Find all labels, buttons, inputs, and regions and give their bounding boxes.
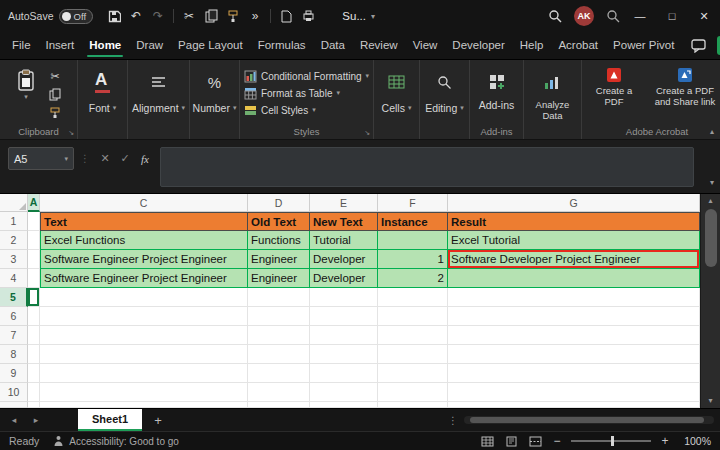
tab-draw[interactable]: Draw [134,33,165,58]
column-header-g[interactable]: G [448,194,700,212]
undo-button[interactable]: ↶ [125,4,147,28]
format-as-table-button[interactable]: Format as Table ▾ [244,85,369,101]
zoom-slider-thumb[interactable] [611,436,614,446]
cell[interactable] [248,364,310,383]
document-button[interactable] [275,4,297,28]
tab-acrobat[interactable]: Acrobat [556,33,600,58]
tab-view[interactable]: View [411,33,440,58]
column-header-e[interactable]: E [310,194,378,212]
cell[interactable] [310,402,378,408]
cell-a1[interactable] [28,212,40,231]
cell[interactable] [40,307,248,326]
cell[interactable] [40,326,248,345]
row-header-9[interactable]: 9 [0,364,28,383]
cell-g5[interactable] [448,288,700,307]
cell-d3[interactable]: Engineer [248,250,310,269]
save-button[interactable] [103,4,125,28]
formula-input[interactable] [160,147,694,187]
font-group[interactable]: A Font▾ [78,60,128,139]
cell[interactable] [378,383,448,402]
document-title[interactable]: Su... ▾ [342,10,375,22]
zoom-slider[interactable] [571,440,651,442]
cell-g1[interactable]: Result [448,212,700,231]
tab-home[interactable]: Home [87,33,123,58]
cell[interactable] [310,364,378,383]
cell[interactable] [378,345,448,364]
cell-e2[interactable]: Tutorial [310,231,378,250]
view-normal-button[interactable] [479,434,495,448]
cell[interactable] [378,402,448,408]
add-sheet-button[interactable]: + [148,413,168,428]
cell-a5-active[interactable] [28,288,40,307]
tab-overflow-icon[interactable]: ⋮ [448,415,458,426]
cell[interactable] [310,345,378,364]
qat-overflow-button[interactable]: » [244,4,266,28]
copy-button[interactable] [200,4,222,28]
analyze-data-group[interactable]: Analyze Data [524,60,582,139]
conditional-formatting-button[interactable]: Conditional Formatting ▾ [244,68,369,84]
redo-button[interactable]: ↷ [147,4,169,28]
cell[interactable] [248,345,310,364]
tab-help[interactable]: Help [518,33,546,58]
cell[interactable] [28,402,40,408]
cell-d4[interactable]: Engineer [248,269,310,288]
tab-file[interactable]: File [10,33,33,58]
name-box[interactable]: A5 ▾ [8,147,74,170]
cell[interactable] [378,326,448,345]
cell-d5[interactable] [248,288,310,307]
row-header-6[interactable]: 6 [0,307,28,326]
row-header-10[interactable]: 10 [0,383,28,402]
cell[interactable] [448,383,700,402]
cell[interactable] [248,307,310,326]
accessibility-status[interactable]: Accessibility: Good to go [53,435,179,447]
cells-group[interactable]: Cells▾ [374,60,420,139]
cell[interactable] [28,364,40,383]
zoom-in-button[interactable]: + [659,434,671,448]
cell-e3[interactable]: Developer [310,250,378,269]
cell[interactable] [378,364,448,383]
insert-function-button[interactable]: fx [136,149,154,169]
tab-developer[interactable]: Developer [450,33,506,58]
cell-d1[interactable]: Old Text [248,212,310,231]
cell[interactable] [448,326,700,345]
cell[interactable] [448,345,700,364]
view-page-break-button[interactable] [527,434,543,448]
sheet-tab-sheet1[interactable]: Sheet1 [78,409,142,431]
cell-c3[interactable]: Software Engineer Project Engineer [40,250,248,269]
column-header-a[interactable]: A [28,194,40,212]
zoom-out-button[interactable]: − [551,434,563,448]
cell[interactable] [40,345,248,364]
cell[interactable] [248,326,310,345]
cell-f3[interactable]: 1 [378,250,448,269]
cell[interactable] [28,383,40,402]
cell-e1[interactable]: New Text [310,212,378,231]
tab-power-pivot[interactable]: Power Pivot [611,33,676,58]
cell[interactable] [28,345,40,364]
cell-g2[interactable]: Excel Tutorial [448,231,700,250]
ribbon-options-button[interactable] [602,4,624,28]
cell-styles-button[interactable]: Cell Styles ▾ [244,102,369,118]
cell[interactable] [248,402,310,408]
tab-page-layout[interactable]: Page Layout [176,33,245,58]
cell-g4[interactable] [448,269,700,288]
cell[interactable] [40,402,248,408]
autosave-switch[interactable]: Off [59,9,94,24]
tab-data[interactable]: Data [319,33,347,58]
scrollbar-thumb[interactable] [705,209,717,267]
scroll-up-icon[interactable]: ▴ [708,196,712,206]
cell-e4[interactable]: Developer [310,269,378,288]
row-header-11[interactable] [0,402,28,408]
tab-review[interactable]: Review [358,33,400,58]
zoom-level[interactable]: 100% [679,435,711,447]
scrollbar-thumb[interactable] [470,417,704,423]
sheet-nav-right-icon[interactable]: ▸ [28,415,44,425]
comments-button[interactable] [687,34,709,58]
create-pdf-share-button[interactable]: Create a PDF and Share link [645,67,720,108]
column-header-c[interactable]: C [40,194,248,212]
cell-a3[interactable] [28,250,40,269]
cell-c1[interactable]: Text [40,212,248,231]
cell[interactable] [28,326,40,345]
vertical-scrollbar[interactable]: ▴ ▾ [700,194,720,408]
row-header-7[interactable]: 7 [0,326,28,345]
cell-c2[interactable]: Excel Functions [40,231,248,250]
